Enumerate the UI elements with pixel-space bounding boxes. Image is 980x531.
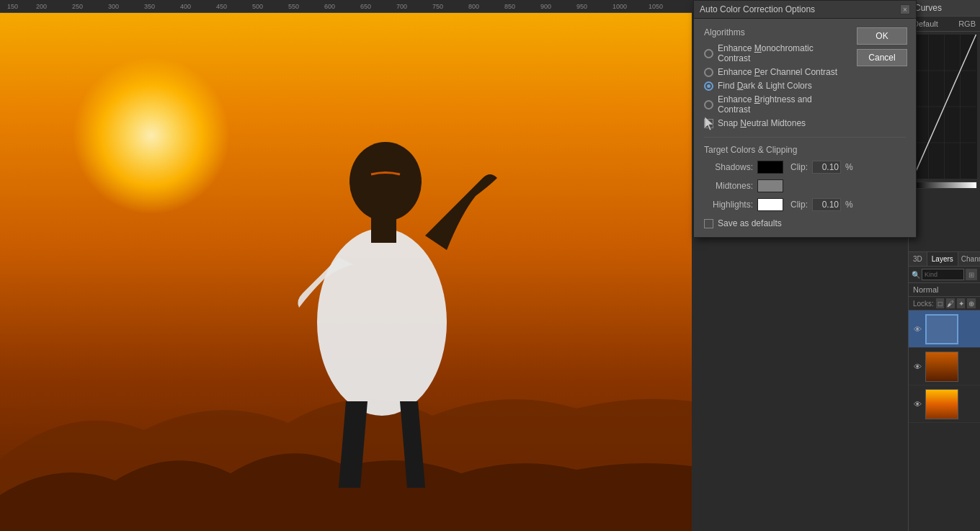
shadows-clip-input[interactable] [812, 161, 841, 174]
ruler-mark: 300 [108, 3, 119, 10]
kind-label: Kind [925, 271, 937, 278]
lock-image-icon[interactable]: 🖌 [946, 298, 955, 308]
cancel-button[interactable]: Cancel [857, 49, 907, 66]
radio-enhance-mono[interactable] [704, 49, 713, 58]
person-silhouette [259, 70, 504, 509]
highlights-percent: % [845, 200, 853, 210]
layer-kind-filter[interactable]: Kind [922, 269, 964, 280]
tab-3d[interactable]: 3D [909, 252, 927, 266]
layer-thumb-1 [925, 314, 958, 344]
ruler-mark: 900 [540, 3, 551, 10]
ruler-mark: 650 [360, 3, 371, 10]
sun-glow [72, 56, 231, 215]
lock-row: Locks: □ 🖌 ✦ ⊕ [909, 297, 980, 311]
svg-point-0 [317, 228, 447, 416]
lock-position-icon[interactable]: ✦ [957, 298, 966, 308]
eye-icon-1[interactable]: 👁 [912, 325, 923, 334]
snap-neutral-row[interactable]: Snap Neutral Midtones [704, 118, 841, 128]
ruler-top: 150 200 250 300 350 400 450 500 550 600 … [0, 0, 692, 13]
cursor-pointer [705, 117, 712, 124]
lock-all-icon[interactable]: ⊕ [967, 298, 976, 308]
svg-point-1 [349, 142, 422, 221]
curves-rgb-label: RGB [958, 19, 976, 28]
ruler-mark: 700 [396, 3, 407, 10]
layer-thumb-3 [925, 389, 958, 419]
shadows-label: Shadows: [704, 162, 753, 172]
shadows-percent: % [845, 162, 853, 172]
ruler-mark: 600 [324, 3, 335, 10]
highlights-clip-input[interactable] [812, 198, 841, 211]
blend-mode-label: Normal [913, 285, 938, 294]
dialog-titlebar[interactable]: Auto Color Correction Options × [694, 1, 916, 19]
radio-row-enhance-brightness[interactable]: Enhance Brightness and Contrast [704, 94, 841, 115]
ruler-mark: 550 [288, 3, 299, 10]
midtones-label: Midtones: [704, 181, 753, 191]
ruler-mark: 150 [7, 3, 18, 10]
lock-label: Locks: [913, 300, 934, 308]
blend-mode-row[interactable]: Normal [909, 283, 980, 297]
ok-button[interactable]: OK [857, 27, 907, 45]
save-defaults-checkbox[interactable] [704, 219, 713, 228]
layers-panel: 3D Layers Channe 🔍 Kind ⊞ Normal Locks: … [909, 252, 980, 531]
dialog-close-button[interactable]: × [900, 4, 910, 14]
dialog-body: OK Cancel Algorithms Enhance Monochromat… [694, 19, 916, 237]
target-clipping-label: Target Colors & Clipping [704, 145, 906, 155]
curves-title: Curves [914, 3, 942, 13]
curves-default-label: Default [913, 19, 938, 28]
radio-find-dark[interactable] [704, 81, 713, 91]
ruler-mark: 250 [72, 3, 83, 10]
ruler-mark: 850 [504, 3, 515, 10]
right-side-panel: Curves Default RGB [908, 0, 980, 531]
canvas-area: 150 200 250 300 350 400 450 500 550 600 … [0, 0, 692, 531]
tab-layers[interactable]: Layers [927, 252, 958, 266]
curves-panel-header: Curves [909, 0, 980, 17]
ruler-mark: 800 [468, 3, 479, 10]
target-clipping-section: Target Colors & Clipping Shadows: Clip: … [704, 137, 906, 211]
midtones-row: Midtones: [704, 179, 906, 192]
highlights-row: Highlights: Clip: % [704, 198, 906, 211]
shadows-swatch[interactable] [757, 161, 783, 174]
ruler-mark: 200 [36, 3, 47, 10]
highlights-swatch[interactable] [757, 198, 783, 211]
snap-neutral-label: Snap Neutral Midtones [718, 118, 806, 128]
tab-channels[interactable]: Channe [958, 252, 980, 266]
svg-rect-2 [371, 214, 396, 243]
radio-row-enhance-mono[interactable]: Enhance Monochromatic Contrast [704, 43, 841, 63]
curves-graph[interactable] [912, 35, 977, 179]
ruler-mark: 750 [432, 3, 443, 10]
layer-thumb-2 [925, 352, 958, 382]
layer-item-3[interactable]: 👁 [909, 385, 980, 423]
curves-panel: Curves Default RGB [909, 0, 980, 252]
midtones-swatch[interactable] [757, 179, 783, 192]
eye-icon-2[interactable]: 👁 [912, 362, 923, 371]
save-defaults-row[interactable]: Save as defaults [704, 218, 906, 228]
radio-label-enhance-brightness: Enhance Brightness and Contrast [718, 94, 841, 115]
shadows-row: Shadows: Clip: % [704, 161, 906, 174]
filter-icon[interactable]: ⊞ [966, 269, 977, 280]
eye-icon-3[interactable]: 👁 [912, 400, 923, 409]
dialog-title: Auto Color Correction Options [700, 4, 815, 14]
radio-label-find-dark: Find Dark & Light Colors [718, 81, 812, 91]
highlights-clip-label: Clip: [790, 200, 808, 210]
ruler-mark: 500 [252, 3, 263, 10]
layers-tabs: 3D Layers Channe [909, 252, 980, 267]
layer-item-1[interactable]: 👁 [909, 311, 980, 348]
radio-enhance-brightness[interactable] [704, 100, 713, 110]
dialog-buttons: OK Cancel [857, 27, 907, 66]
ruler-mark: 400 [180, 3, 191, 10]
canvas-image [0, 13, 692, 531]
ruler-mark: 950 [576, 3, 587, 10]
curves-gradient-bar [912, 182, 977, 189]
radio-row-find-dark[interactable]: Find Dark & Light Colors [704, 81, 841, 91]
auto-color-dialog: Auto Color Correction Options × OK Cance… [693, 0, 917, 238]
lock-transparency-icon[interactable]: □ [936, 298, 945, 308]
highlights-label: Highlights: [704, 200, 753, 210]
radio-row-enhance-per[interactable]: Enhance Per Channel Contrast [704, 67, 841, 77]
shadows-clip-label: Clip: [790, 162, 808, 172]
search-icon: 🔍 [912, 271, 920, 279]
ruler-mark: 1050 [649, 3, 663, 10]
save-defaults-label: Save as defaults [718, 218, 782, 228]
layer-item-2[interactable]: 👁 [909, 348, 980, 385]
radio-label-enhance-per: Enhance Per Channel Contrast [718, 67, 837, 77]
radio-enhance-per[interactable] [704, 68, 713, 77]
